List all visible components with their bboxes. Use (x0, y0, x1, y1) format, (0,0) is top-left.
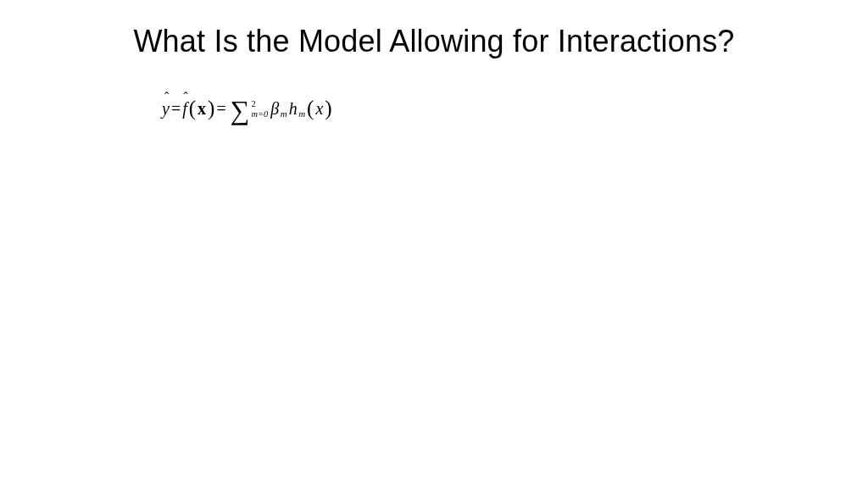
sigma-symbol: ∑ (231, 97, 250, 124)
h-variable: h (289, 99, 298, 119)
beta-symbol: β (270, 99, 279, 119)
slide: What Is the Model Allowing for Interacti… (0, 0, 868, 488)
f-hat: ˆ f (182, 99, 187, 119)
lparen-2: ( (307, 97, 314, 119)
slide-title: What Is the Model Allowing for Interacti… (0, 24, 868, 59)
summation-limits: 2 m=0 (251, 100, 268, 119)
hat-accent-y: ˆ (164, 90, 169, 104)
summation: ∑ 2 m=0 (231, 95, 269, 122)
equals-1: = (171, 99, 181, 119)
rparen-1: ) (208, 97, 214, 119)
sum-upper: 2 (251, 100, 268, 108)
equals-2: = (216, 99, 225, 119)
y-hat: ˆ y (162, 99, 170, 119)
beta-sub-m: m (281, 108, 287, 119)
equation-line: ˆ y = ˆ f ( x ) = ∑ 2 m=0 β m h m ( x ) (161, 95, 333, 122)
lparen-1: ( (189, 97, 196, 119)
sum-lower: m=0 (251, 110, 268, 119)
x-scalar: x (315, 99, 323, 119)
h-sub-m: m (298, 108, 305, 119)
x-vector: x (198, 99, 206, 119)
hat-accent-f: ˆ (182, 90, 187, 104)
rparen-2: ) (325, 97, 331, 119)
